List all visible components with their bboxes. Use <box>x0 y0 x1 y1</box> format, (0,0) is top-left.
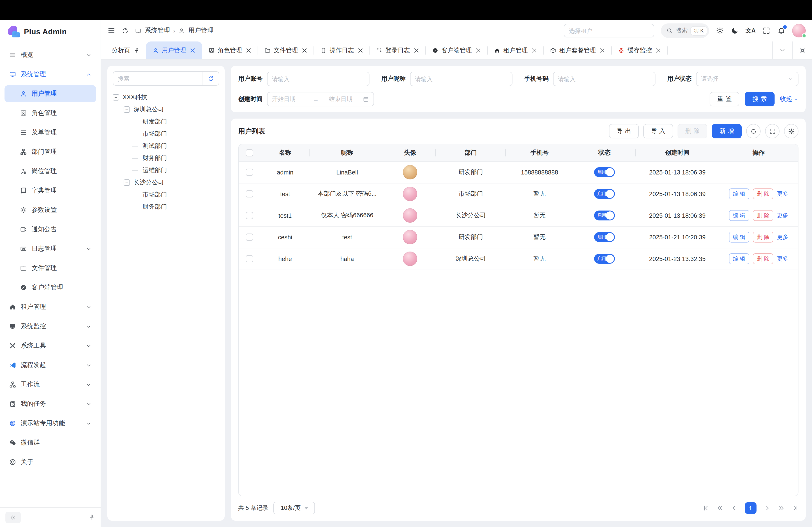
pin-icon[interactable] <box>133 47 140 54</box>
current-page-button[interactable]: 1 <box>745 502 756 514</box>
sidebar-item-demo-features[interactable]: 演示站专用功能 <box>4 415 96 432</box>
add-button[interactable]: 新增 <box>712 124 742 138</box>
tree-node-shenzhen-hq[interactable]: −深圳总公司 <box>113 103 219 116</box>
sidebar-item-process-start[interactable]: 流程发起 <box>4 357 96 374</box>
tab-cache-monitor[interactable]: 缓存监控 <box>612 42 668 59</box>
user-avatar[interactable] <box>792 24 806 37</box>
more-button[interactable]: 更多 <box>777 255 788 262</box>
sidebar-collapse-button[interactable] <box>5 511 21 523</box>
nickname-input[interactable] <box>415 76 508 82</box>
sidebar-item-system-mgmt[interactable]: 系统管理 <box>4 66 96 83</box>
dark-mode-toggle[interactable] <box>730 27 739 35</box>
tree-node-changsha-branch[interactable]: −长沙分公司 <box>113 176 219 189</box>
sidebar-item-my-tasks[interactable]: 我的任务 <box>4 395 96 412</box>
edit-button[interactable]: 编 辑 <box>729 253 749 264</box>
brand-logo[interactable]: Plus Admin <box>0 20 101 44</box>
status-toggle[interactable]: 启用 <box>594 232 615 242</box>
close-icon[interactable] <box>413 47 419 54</box>
sidebar-item-log-mgmt[interactable]: 日志管理 <box>4 240 96 257</box>
tree-refresh-button[interactable] <box>203 72 219 85</box>
sidebar-item-user-mgmt[interactable]: 用户管理 <box>4 85 96 102</box>
search-button[interactable]: 搜索 <box>745 92 774 106</box>
tree-expander-icon[interactable]: − <box>113 94 119 100</box>
select-all-checkbox[interactable] <box>246 149 253 156</box>
row-checkbox[interactable] <box>246 234 253 241</box>
status-toggle[interactable]: 启用 <box>594 167 615 177</box>
sidebar-item-post-mgmt[interactable]: 岗位管理 <box>4 163 96 180</box>
hamburger-menu-button[interactable] <box>107 27 115 35</box>
tree-node-market-dept-cs[interactable]: 市场部门 <box>113 189 219 201</box>
tree-node-ops-dept[interactable]: 运维部门 <box>113 164 219 176</box>
breadcrumb-system-mgmt[interactable]: 系统管理 <box>135 27 170 35</box>
refresh-page-button[interactable] <box>121 27 129 34</box>
collapse-filters-link[interactable]: 收起 <box>780 95 798 103</box>
close-icon[interactable] <box>245 47 251 54</box>
next-page-button[interactable] <box>764 505 770 511</box>
close-icon[interactable] <box>475 47 481 54</box>
tenant-select-input[interactable] <box>564 24 654 37</box>
jump-back-button[interactable] <box>717 505 723 511</box>
tab-operation-log[interactable]: 操作日志 <box>314 42 370 59</box>
close-icon[interactable] <box>189 47 195 54</box>
row-checkbox[interactable] <box>246 169 253 176</box>
more-button[interactable]: 更多 <box>777 212 788 219</box>
sidebar-item-overview[interactable]: 概览 <box>4 46 96 63</box>
prev-page-button[interactable] <box>731 505 737 511</box>
status-select[interactable]: 请选择 <box>696 72 798 86</box>
row-checkbox[interactable] <box>246 212 253 219</box>
tree-node-finance-dept[interactable]: 财务部门 <box>113 152 219 164</box>
sidebar-item-menu-mgmt[interactable]: 菜单管理 <box>4 124 96 141</box>
delete-row-button[interactable]: 删 除 <box>753 210 773 221</box>
tree-node-finance-dept-cs[interactable]: 财务部门 <box>113 201 219 213</box>
page-size-select[interactable]: 10条/页 <box>274 502 315 514</box>
tree-expander-icon[interactable]: − <box>124 106 130 112</box>
delete-row-button[interactable]: 删 除 <box>753 232 773 243</box>
sidebar-item-system-tools[interactable]: 系统工具 <box>4 337 96 354</box>
table-refresh-button[interactable] <box>746 124 760 138</box>
tab-login-log[interactable]: 登录日志 <box>370 42 426 59</box>
delete-row-button[interactable]: 删 除 <box>753 189 773 199</box>
sidebar-item-system-monitor[interactable]: 系统监控 <box>4 318 96 335</box>
tab-file-mgmt[interactable]: 文件管理 <box>258 42 314 59</box>
delete-row-button[interactable]: 删 除 <box>753 253 773 264</box>
tree-node-company[interactable]: −XXX科技 <box>113 91 219 103</box>
sidebar-item-client-mgmt[interactable]: 客户端管理 <box>4 279 96 296</box>
sidebar-item-wechat-group[interactable]: 微信群 <box>4 434 96 451</box>
tab-analysis[interactable]: 分析页 <box>105 42 146 59</box>
sidebar-item-param-settings[interactable]: 参数设置 <box>4 201 96 219</box>
import-button[interactable]: 导入 <box>643 124 673 138</box>
edit-button[interactable]: 编 辑 <box>729 210 749 221</box>
table-fullscreen-button[interactable] <box>765 124 780 138</box>
tab-client-mgmt[interactable]: 客户端管理 <box>426 42 488 59</box>
breadcrumb-user-mgmt[interactable]: 用户管理 <box>178 27 214 35</box>
first-page-button[interactable] <box>703 505 709 511</box>
sidebar-item-dict-mgmt[interactable]: 字典管理 <box>4 182 96 199</box>
tree-search-input[interactable] <box>113 72 203 85</box>
close-icon[interactable] <box>531 47 537 54</box>
tree-node-test-dept[interactable]: 测试部门 <box>113 140 219 152</box>
status-toggle[interactable]: 启用 <box>594 189 615 199</box>
sidebar-item-role-mgmt[interactable]: 角色管理 <box>4 105 96 122</box>
row-checkbox[interactable] <box>246 255 253 262</box>
edit-button[interactable]: 编 辑 <box>729 189 749 199</box>
date-range-picker[interactable]: 开始日期 → 结束日期 <box>267 92 374 106</box>
export-button[interactable]: 导出 <box>609 124 639 138</box>
more-button[interactable]: 更多 <box>777 190 788 198</box>
tree-node-market-dept[interactable]: 市场部门 <box>113 127 219 140</box>
phone-input[interactable] <box>558 76 651 82</box>
tree-expander-icon[interactable]: − <box>124 179 130 185</box>
global-search-button[interactable]: 搜索 ⌘ K <box>661 24 709 38</box>
tabs-dropdown-button[interactable] <box>772 42 792 59</box>
sidebar-item-workflow[interactable]: 工作流 <box>4 376 96 393</box>
sidebar-item-dept-mgmt[interactable]: 部门管理 <box>4 144 96 161</box>
reset-button[interactable]: 重置 <box>710 92 739 106</box>
last-page-button[interactable] <box>792 505 798 511</box>
close-icon[interactable] <box>301 47 307 54</box>
jump-forward-button[interactable] <box>778 505 784 511</box>
tab-role-mgmt[interactable]: 角色管理 <box>202 42 258 59</box>
notifications-button[interactable] <box>777 27 785 35</box>
language-switch-button[interactable]: 文A <box>745 27 756 35</box>
sidebar-pin-button[interactable] <box>88 514 95 521</box>
settings-button[interactable] <box>716 27 724 35</box>
tab-tenant-package-mgmt[interactable]: 租户套餐管理 <box>543 42 612 59</box>
